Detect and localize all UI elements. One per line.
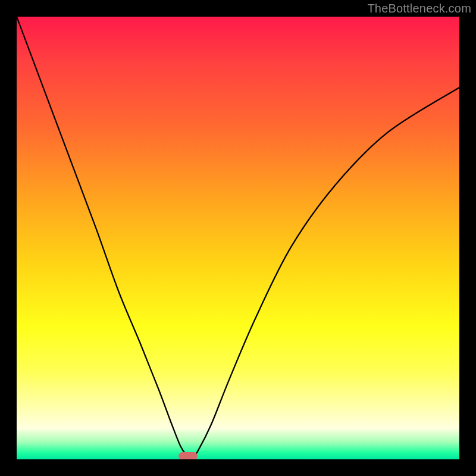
curve-right-branch [192, 87, 459, 459]
watermark-text: TheBottleneck.com [367, 2, 471, 15]
optimal-marker [178, 452, 198, 459]
curve-left-branch [17, 17, 192, 459]
plot-area [17, 17, 459, 459]
chart-frame: TheBottleneck.com [0, 0, 476, 476]
bottleneck-curve [17, 17, 459, 459]
